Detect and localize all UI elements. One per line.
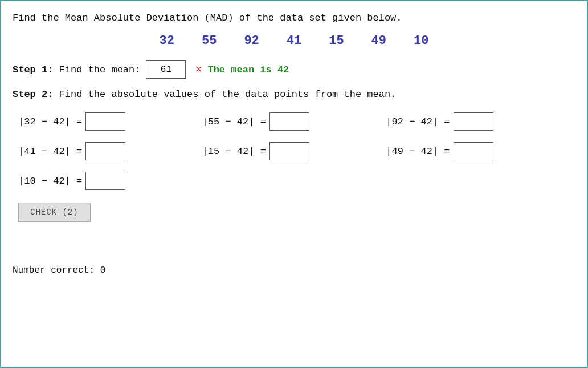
mean-input[interactable] bbox=[146, 60, 186, 79]
data-num-5: 49 bbox=[371, 34, 386, 48]
abs-expr-0: |32 − 42| = bbox=[18, 116, 82, 127]
abs-item-5: |49 − 42| = bbox=[386, 142, 570, 160]
data-num-3: 41 bbox=[287, 34, 301, 48]
abs-input-2[interactable] bbox=[454, 112, 493, 131]
abs-expr-6: |10 − 42| = bbox=[18, 176, 82, 187]
abs-input-6[interactable] bbox=[85, 172, 125, 190]
abs-row-3: |10 − 42| = bbox=[18, 172, 570, 190]
abs-expr-2: |92 − 42| = bbox=[386, 116, 450, 127]
step1-label: Step 1: Find the mean: bbox=[13, 64, 140, 75]
abs-input-3[interactable] bbox=[85, 142, 125, 160]
abs-item-2: |92 − 42| = bbox=[386, 112, 570, 131]
abs-expr-4: |15 − 42| = bbox=[202, 146, 266, 157]
step1-row: Step 1: Find the mean: × The mean is 42 bbox=[13, 60, 575, 79]
incorrect-icon: × bbox=[195, 63, 202, 76]
data-num-1: 55 bbox=[202, 34, 217, 48]
instruction-text: Find the Mean Absolute Deviation (MAD) o… bbox=[13, 13, 575, 23]
abs-row-2: |41 − 42| = |15 − 42| = |49 − 42| = bbox=[18, 142, 570, 160]
abs-item-0: |32 − 42| = bbox=[18, 112, 202, 131]
abs-expr-5: |49 − 42| = bbox=[386, 146, 450, 157]
abs-input-0[interactable] bbox=[85, 112, 125, 131]
data-num-4: 15 bbox=[329, 34, 344, 48]
data-num-2: 92 bbox=[244, 34, 259, 48]
abs-item-4: |15 − 42| = bbox=[202, 142, 386, 160]
data-num-0: 32 bbox=[160, 34, 174, 48]
abs-item-3: |41 − 42| = bbox=[18, 142, 202, 160]
data-numbers-row: 32 55 92 41 15 49 10 bbox=[13, 34, 575, 48]
correct-mean-value: 42 bbox=[277, 64, 289, 75]
correct-mean-text: The mean is 42 bbox=[207, 64, 289, 75]
abs-item-6: |10 − 42| = bbox=[18, 172, 202, 190]
abs-input-4[interactable] bbox=[270, 142, 309, 160]
abs-row-1: |32 − 42| = |55 − 42| = |92 − 42| = bbox=[18, 112, 570, 131]
check-button[interactable]: CHECK (2) bbox=[18, 203, 91, 222]
abs-input-1[interactable] bbox=[270, 112, 309, 131]
data-num-6: 10 bbox=[414, 34, 428, 48]
abs-expr-3: |41 − 42| = bbox=[18, 146, 82, 157]
abs-input-5[interactable] bbox=[454, 142, 493, 160]
abs-values-section: |32 − 42| = |55 − 42| = |92 − 42| = |41 … bbox=[13, 112, 575, 190]
abs-expr-1: |55 − 42| = bbox=[202, 116, 266, 127]
abs-item-1: |55 − 42| = bbox=[202, 112, 386, 131]
step2-label: Step 2: Find the absolute values of the … bbox=[13, 89, 575, 100]
number-correct-label: Number correct: 0 bbox=[13, 265, 575, 276]
